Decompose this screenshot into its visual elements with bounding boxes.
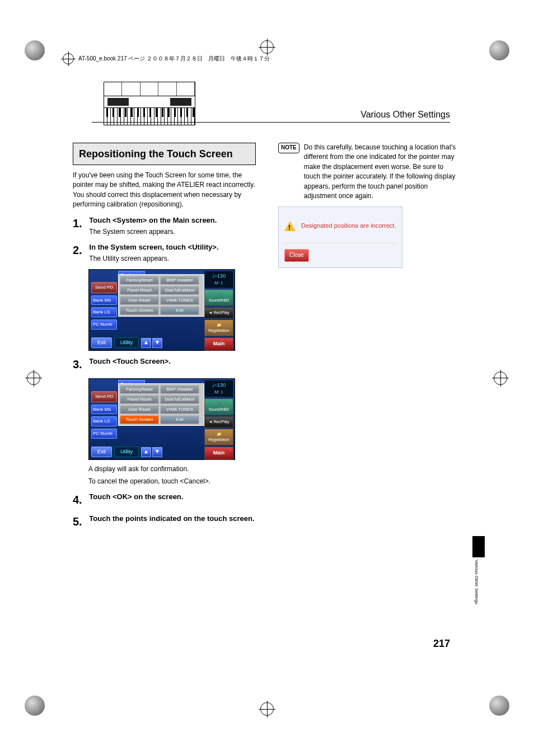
tempo-m: M: 1 [205, 280, 233, 287]
factory-reset-button-2[interactable]: FactoryReset [120, 385, 159, 394]
arrow-down-button[interactable]: ▼ [152, 338, 162, 348]
step-1-sub: The System screen appears. [89, 227, 255, 237]
step-number-4: 4. [73, 492, 87, 508]
bmp-installer-button-2[interactable]: BMP Installer [160, 385, 199, 394]
boxed-heading: Repositioning the Touch Screen [73, 143, 256, 165]
step-2-title: In the System screen, touch <Utility>. [89, 242, 255, 253]
sidebar-pc-num-2[interactable]: PC Numb [91, 429, 117, 439]
user-reset-button-2[interactable]: User Reset [120, 405, 159, 414]
registration-tab-2[interactable]: 📁 Registration [204, 429, 233, 445]
panel-reset-button-2[interactable]: Panel Reset [120, 395, 159, 404]
tempo-display-2: ♩=130 M: 1 [204, 380, 233, 397]
sound-kbd-tab[interactable]: 🎵 Sound/KBD [204, 289, 233, 306]
arrow-down-button-2[interactable]: ▼ [152, 447, 162, 457]
document-header: AT-500_e.book 217 ページ ２００８年７月２８日 月曜日 午後４… [63, 53, 471, 64]
section-title: Various Other Settings [92, 110, 450, 123]
user-reset-button[interactable]: User Reset [120, 296, 159, 305]
vima-tunes-button[interactable]: VIMA TUNES [160, 296, 199, 305]
arrow-up-button-2[interactable]: ▲ [141, 447, 151, 457]
rec-play-tab[interactable]: ◄ Rec/Play [204, 307, 233, 318]
exit-button-2[interactable]: Exit [91, 447, 112, 457]
tempo-m-2: M: 1 [205, 389, 233, 396]
crop-mark-right [494, 372, 507, 385]
warning-icon [284, 221, 296, 231]
dialog-message: Designated positions are incorrect. [301, 222, 396, 231]
step-number-5: 5. [73, 514, 87, 530]
ui-screenshot-2: Syste Send PD Bank MS Bank LS PC Numb Fa… [88, 378, 235, 460]
post-screenshot-a: A display will ask for confirmation. [88, 464, 256, 474]
main-tab-2[interactable]: Main [204, 447, 233, 459]
side-chapter-tab [472, 536, 485, 557]
step-number-1: 1. [73, 215, 87, 232]
arrow-up-button[interactable]: ▲ [141, 338, 151, 348]
sidebar-send-pc[interactable]: Send PD [91, 282, 117, 293]
factory-reset-button[interactable]: FactoryReset [120, 276, 159, 285]
tempo-display: ♩=130 M: 1 [204, 271, 233, 288]
sidebar-bank-ls[interactable]: Bank LS [91, 307, 117, 317]
register-mark-icon [63, 53, 74, 64]
utility-popup: FactoryReset BMP Installer Panel Reset D… [118, 274, 204, 317]
sidebar-bank-ms[interactable]: Bank MS [91, 295, 117, 306]
post-screenshot-b: To cancel the operation, touch <Cancel>. [88, 477, 256, 486]
step-number-3: 3. [73, 356, 87, 373]
sidebar-bank-ls-2[interactable]: Bank LS [91, 416, 117, 426]
exit-button[interactable]: Exit [91, 337, 112, 348]
tempo-value: ♩=130 [205, 273, 233, 280]
popup-exit-button-2[interactable]: Exit [160, 415, 199, 424]
page-number: 217 [433, 638, 450, 650]
ui-screenshot-1: Syste Send PD Bank MS Bank LS PC Numb Fa… [88, 269, 235, 351]
note-text: Do this carefully, because touching a lo… [304, 143, 461, 201]
panel-reset-button[interactable]: Panel Reset [120, 286, 159, 295]
note-badge: NOTE [278, 143, 299, 153]
intro-text: If you've been using the Touch Screen fo… [73, 171, 256, 210]
crop-ball-bl [25, 696, 45, 716]
step-2-sub: The Utility screen appears. [89, 254, 255, 264]
crop-ball-tl [25, 40, 45, 60]
dialog-close-button[interactable]: Close [284, 249, 309, 262]
sound-kbd-tab-2[interactable]: 🎵 Sound/KBD [204, 398, 233, 415]
error-dialog: Designated positions are incorrect. Clos… [278, 206, 402, 268]
main-tab[interactable]: Main [204, 337, 233, 350]
crop-ball-br [489, 696, 509, 716]
utility-popup-2: FactoryReset BMP Installer Panel Reset D… [118, 383, 204, 426]
sidebar-send-pc-2[interactable]: Send PD [91, 391, 117, 402]
sidebar-pc-num[interactable]: PC Numb [91, 320, 117, 330]
touch-screen-button[interactable]: Touch Screen [120, 306, 159, 315]
crop-mark-bottom [260, 702, 274, 716]
utility-label-2: Utility [114, 447, 139, 457]
step-number-2: 2. [73, 242, 87, 259]
registration-tab[interactable]: 📁 Registration [204, 320, 233, 336]
utility-label: Utility [114, 337, 139, 348]
step-3-title: Touch <Touch Screen>. [89, 356, 255, 367]
vima-tunes-button-2[interactable]: VIMA TUNES [160, 405, 199, 414]
step-4-title: Touch <OK> on the screen. [89, 492, 255, 503]
tempo-value-2: ♩=130 [205, 382, 233, 389]
disk-to-ext-button-2[interactable]: DiskToExtMem [160, 395, 199, 404]
header-text: AT-500_e.book 217 ページ ２００８年７月２８日 月曜日 午後４… [78, 55, 270, 63]
touch-screen-button-active[interactable]: Touch Screen [120, 415, 159, 424]
bmp-installer-button[interactable]: BMP Installer [160, 276, 199, 285]
side-chapter-text: Various Other Settings [474, 560, 479, 604]
popup-exit-button[interactable]: Exit [160, 306, 199, 315]
step-1-title: Touch <System> on the Main screen. [89, 215, 255, 226]
crop-mark-left [27, 372, 40, 385]
disk-to-ext-button[interactable]: DiskToExtMem [160, 286, 199, 295]
rec-play-tab-2[interactable]: ◄ Rec/Play [204, 416, 233, 428]
crop-mark-top [260, 40, 274, 54]
sidebar-bank-ms-2[interactable]: Bank MS [91, 405, 117, 415]
step-5-title: Touch the points indicated on the touch … [89, 514, 255, 524]
crop-ball-tr [489, 40, 509, 60]
